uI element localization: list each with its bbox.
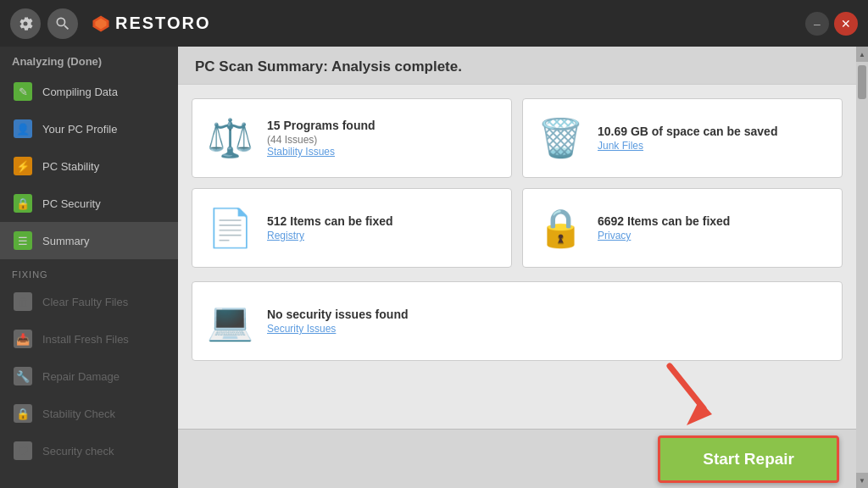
registry-card: 📄 512 Items can be fixed Registry: [192, 188, 512, 268]
programs-card-link[interactable]: Stability Issues: [267, 146, 376, 158]
programs-card-title: 15 Programs found: [267, 119, 376, 132]
registry-icon: 📄: [204, 202, 255, 253]
sidebar-item-your-pc-profile-label: Your PC Profile: [42, 123, 117, 136]
privacy-card: 🔒 6692 Items can be fixed Privacy: [522, 188, 843, 268]
junk-card-text: 10.69 GB of space can be saved Junk File…: [598, 125, 777, 152]
sidebar-item-install-fresh-files-label: Install Fresh Files: [42, 333, 129, 346]
clear-faulty-files-icon: 🗑: [12, 291, 34, 313]
sidebar-item-clear-faulty-files-label: Clear Faulty Files: [42, 296, 128, 308]
main-header-title: PC Scan Summary: Analysis complete.: [195, 58, 839, 75]
security-card: 💻 No security issues found Security Issu…: [192, 281, 843, 361]
stability-check-icon: 🔒: [12, 402, 34, 424]
your-pc-profile-icon: 👤: [12, 118, 34, 140]
layout: Analyzing (Done) ✎ Compiling Data 👤 Your…: [0, 47, 868, 488]
registry-card-text: 512 Items can be fixed Registry: [267, 214, 393, 241]
scrollbar-thumb[interactable]: [858, 65, 866, 99]
title-bar: RESTORO – ✕: [0, 0, 868, 47]
junk-card-title: 10.69 GB of space can be saved: [598, 125, 777, 138]
start-repair-button[interactable]: Start Repair: [658, 435, 839, 483]
privacy-icon: 🔒: [535, 202, 586, 253]
security-card-link[interactable]: Security Issues: [267, 323, 408, 335]
pc-stability-icon: ⚡: [12, 155, 34, 177]
sidebar-item-compiling-data-label: Compiling Data: [42, 86, 118, 98]
sidebar-item-security-check-label: Security check: [42, 445, 114, 458]
registry-card-title: 512 Items can be fixed: [267, 214, 393, 228]
repair-damage-icon: 🔧: [12, 365, 34, 387]
compiling-data-icon: ✎: [12, 80, 34, 103]
main-content: PC Scan Summary: Analysis complete. ⚖️ 1…: [178, 47, 856, 488]
security-check-icon: 🛡: [12, 440, 34, 462]
search-button[interactable]: [47, 8, 78, 39]
security-card-text: No security issues found Security Issues: [267, 308, 408, 335]
sidebar-item-pc-security[interactable]: 🔒 PC Security: [0, 185, 178, 222]
sidebar-item-pc-stability-label: PC Stability: [42, 160, 99, 173]
sidebar-item-pc-security-label: PC Security: [42, 197, 101, 210]
junk-card: 🗑️ 10.69 GB of space can be saved Junk F…: [522, 98, 843, 178]
scrollbar-up-button[interactable]: ▲: [856, 47, 868, 62]
fixing-section-label: Fixing: [0, 259, 178, 283]
privacy-card-title: 6692 Items can be fixed: [598, 214, 730, 228]
title-bar-left: RESTORO: [10, 8, 211, 39]
brand: RESTORO: [92, 14, 211, 33]
install-fresh-files-icon: 📥: [12, 328, 34, 350]
sidebar-item-stability-check-label: Stability Check: [42, 408, 115, 420]
bottom-bar: Start Repair: [178, 429, 856, 488]
sidebar-item-security-check: 🛡 Security check: [0, 432, 178, 469]
header-bold: PC Scan Summary:: [195, 58, 328, 75]
sidebar-item-stability-check: 🔒 Stability Check: [0, 395, 178, 432]
sidebar-item-pc-stability[interactable]: ⚡ PC Stability: [0, 147, 178, 185]
programs-card-subtitle: (44 Issues): [267, 134, 376, 146]
security-laptop-icon: 💻: [204, 296, 255, 347]
red-arrow-icon: [653, 362, 721, 430]
sidebar-item-install-fresh-files: 📥 Install Fresh Files: [0, 320, 178, 358]
sidebar: Analyzing (Done) ✎ Compiling Data 👤 Your…: [0, 47, 178, 488]
privacy-card-link[interactable]: Privacy: [598, 230, 730, 241]
pc-security-icon: 🔒: [12, 192, 34, 214]
brand-name-label: RESTORO: [115, 14, 211, 33]
svg-marker-3: [687, 400, 712, 425]
programs-card: ⚖️ 15 Programs found (44 Issues) Stabili…: [192, 98, 512, 178]
programs-card-text: 15 Programs found (44 Issues) Stability …: [267, 119, 376, 158]
settings-button[interactable]: [10, 8, 41, 39]
sidebar-item-summary[interactable]: ☰ Summary: [0, 222, 178, 259]
window-controls: – ✕: [805, 12, 858, 36]
main-header: PC Scan Summary: Analysis complete.: [178, 47, 856, 85]
arrow-container: [653, 362, 721, 433]
minimize-button[interactable]: –: [805, 12, 829, 36]
sidebar-item-repair-damage-label: Repair Damage: [42, 370, 120, 383]
analyzing-label: Analyzing (Done): [0, 47, 178, 73]
svg-line-2: [670, 366, 704, 408]
junk-card-link[interactable]: Junk Files: [598, 140, 777, 152]
scrollbar-track: ▲ ▼: [856, 47, 868, 488]
registry-card-link[interactable]: Registry: [267, 230, 393, 241]
search-icon: [54, 15, 71, 32]
security-card-title: No security issues found: [267, 308, 408, 321]
summary-icon: ☰: [12, 230, 34, 252]
close-button[interactable]: ✕: [834, 12, 858, 36]
junk-icon: 🗑️: [535, 113, 586, 164]
gear-icon: [17, 15, 34, 32]
header-subtitle: Analysis complete.: [328, 58, 462, 75]
programs-icon: ⚖️: [204, 113, 255, 164]
sidebar-item-compiling-data[interactable]: ✎ Compiling Data: [0, 73, 178, 110]
brand-gem-icon: [92, 14, 110, 33]
sidebar-item-clear-faulty-files: 🗑 Clear Faulty Files: [0, 283, 178, 320]
privacy-card-text: 6692 Items can be fixed Privacy: [598, 214, 730, 241]
sidebar-item-your-pc-profile[interactable]: 👤 Your PC Profile: [0, 110, 178, 147]
cards-grid: ⚖️ 15 Programs found (44 Issues) Stabili…: [178, 85, 856, 281]
scrollbar-down-button[interactable]: ▼: [856, 473, 868, 488]
sidebar-item-repair-damage: 🔧 Repair Damage: [0, 358, 178, 395]
sidebar-item-summary-label: Summary: [42, 235, 90, 247]
